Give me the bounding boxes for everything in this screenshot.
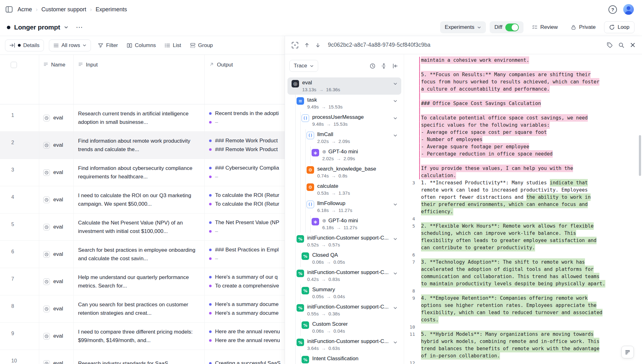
breadcrumb-page[interactable]: Experiments — [96, 6, 127, 13]
table-row[interactable]: 9 eval I need to compare three different… — [0, 323, 285, 350]
scorer-icon: % — [297, 270, 304, 277]
trace-node[interactable]: ∗ ⊛ GPT-4o mini 6.18s→11.27s — [287, 215, 401, 233]
trace-node[interactable]: % ⊛ Closed QA 0.06s→0.05s — [287, 250, 401, 267]
next-row-button[interactable] — [315, 42, 321, 48]
diff-code: remote work can lead to increased produc… — [420, 187, 588, 194]
all-rows-dropdown[interactable]: All rows — [49, 40, 91, 51]
row-name: eval — [53, 197, 63, 203]
column-header-output[interactable]: Output — [205, 55, 285, 104]
select-all-checkbox[interactable] — [11, 62, 17, 68]
columns-label: Columns — [135, 42, 156, 49]
focus-trace-button[interactable] — [291, 41, 299, 49]
table-row[interactable]: 7 eval Help me understand our quarterly … — [0, 268, 285, 295]
sidebar-toggle-button[interactable] — [6, 6, 13, 13]
chevron-down-icon — [82, 43, 87, 47]
chevron-down-icon[interactable] — [393, 306, 397, 310]
expand-all-button[interactable] — [381, 63, 387, 69]
diff-code: 4. **Employee Retention**: Companies off… — [420, 295, 588, 302]
table-row[interactable]: 2 eval Find information about remote wor… — [0, 132, 285, 159]
table-row[interactable]: 6 eval Search for best practices in empl… — [0, 241, 285, 268]
trace-node[interactable]: () ⊛ processUserMessage 9.48s→15.53s — [287, 112, 401, 129]
person-icon — [623, 4, 634, 15]
line-number — [404, 100, 419, 107]
row-input: I need to calculate the ROI on our Q3 ma… — [78, 191, 197, 208]
trace-node[interactable]: % ⊛ Custom Scorer 0.06s→0.04s — [287, 319, 401, 336]
trace-node[interactable]: % ⊛ Summary 0.05s→0.04s — [287, 284, 401, 302]
loop-button[interactable]: Loop — [604, 21, 634, 33]
private-button[interactable]: Private — [566, 21, 600, 33]
output-bullet — [209, 112, 212, 115]
group-button[interactable]: Group — [188, 40, 215, 51]
close-panel-button[interactable] — [630, 42, 636, 48]
row-output: Here's a summary docume Here's a summary… — [209, 301, 279, 316]
trace-panel-header: 9c062bc2-a8c7-4a88-9749-5cf840f3c9ba — [285, 36, 642, 54]
diff-code: - Average office space cost per square f… — [420, 129, 547, 136]
more-actions-button[interactable]: ⋯ — [76, 23, 83, 31]
diff-line: 6 — [404, 251, 642, 259]
trace-node[interactable]: ◎ ⊛ eval 13.13s→16.36s — [287, 77, 401, 95]
review-button[interactable]: Review — [527, 21, 563, 33]
timing-button[interactable] — [370, 63, 376, 69]
line-number — [404, 352, 419, 360]
trace-node[interactable]: % ⊛ initFunction-Customer support-C... 3… — [287, 336, 401, 353]
column-header-name[interactable]: Name — [39, 55, 74, 104]
filter-button[interactable]: Filter — [96, 40, 120, 51]
diff-line: 7 3. **Technology Adoption**: The shift … — [404, 259, 642, 266]
columns-button[interactable]: Columns — [125, 40, 158, 51]
trace-node[interactable]: % ⊛ initFunction-Customer support-C... 0… — [287, 267, 401, 284]
trace-node[interactable]: ⚙ ⊛ calculate 0.53s→1.37s — [287, 181, 401, 198]
help-button[interactable]: ? — [608, 5, 617, 14]
table-row[interactable]: 1 eval Research current trends in artifi… — [0, 104, 285, 132]
prev-row-button[interactable] — [304, 42, 310, 48]
details-button[interactable]: Details — [5, 40, 44, 51]
diff-line: to maintain productivity levels despite … — [404, 280, 642, 288]
trace-node[interactable]: % ⊛ initFunction-Customer support-C... 0… — [287, 233, 401, 250]
lock-icon — [571, 24, 576, 30]
trace-node[interactable]: % ⊛ Intent Classification → — [287, 353, 401, 364]
row-input: Can you search for best practices on cus… — [78, 300, 197, 317]
line-number — [404, 136, 419, 143]
table-row[interactable]: 8 eval Can you search for best practices… — [0, 295, 285, 323]
output-text: To calculate the ROI (Retur — [215, 201, 279, 207]
trace-node[interactable]: ≡ ⊛ task 9.49s→15.53s — [287, 95, 401, 112]
table-row[interactable]: 4 eval I need to calculate the ROI on ou… — [0, 186, 285, 214]
chevron-down-icon[interactable] — [393, 116, 397, 120]
chevron-down-icon[interactable] — [393, 133, 397, 138]
experiment-title[interactable]: Longer prompt — [14, 24, 60, 31]
row-output: ### Cybersecurity Complia – — [209, 165, 279, 180]
diff-toggle[interactable] — [505, 24, 519, 31]
chevron-down-icon[interactable] — [393, 99, 397, 103]
search-button[interactable] — [618, 42, 624, 48]
avatar[interactable] — [623, 4, 634, 15]
chevron-down-icon — [477, 25, 481, 29]
trace-node[interactable]: ∗ ⊛ GPT-4o mini 2.02s→2.09s — [287, 146, 401, 164]
tag-button[interactable] — [607, 42, 613, 48]
line-number — [404, 57, 419, 64]
chevron-down-icon[interactable] — [393, 340, 397, 345]
table-row[interactable]: 3 eval Find information about cybersecur… — [0, 159, 285, 186]
breadcrumb-project[interactable]: Customer support — [41, 6, 86, 13]
table-row[interactable]: 5 eval Calculate the Net Present Value (… — [0, 214, 285, 241]
trace-node[interactable]: () ⊛ llmFollowup 6.18s→11.27s — [287, 198, 401, 215]
chevron-down-icon[interactable] — [393, 82, 397, 86]
column-header-input[interactable]: Input — [74, 55, 205, 104]
chevron-down-icon[interactable] — [393, 271, 397, 276]
group-label: Group — [198, 42, 213, 49]
chevron-down-icon[interactable] — [393, 237, 397, 241]
view-options-button[interactable] — [621, 346, 634, 358]
trace-node[interactable]: % ⊛ initFunction-Customer support-C... 0… — [287, 302, 401, 319]
collapse-all-button[interactable] — [392, 63, 398, 69]
table-row[interactable]: 10 eval Research industry standards for … — [0, 350, 285, 364]
trace-node[interactable]: () ⊛ llmCall 2.02s→2.09s — [287, 129, 401, 146]
experiments-dropdown[interactable]: Experiments — [440, 21, 486, 33]
chevron-down-icon[interactable] — [393, 202, 397, 207]
line-number: 12 — [404, 360, 419, 364]
chevron-down-icon[interactable] — [64, 25, 68, 29]
scorer-icon: % — [297, 339, 304, 346]
trace-node[interactable]: ⚙ ⊛ search_knowledge_base 0.74s→0.8s — [287, 164, 401, 181]
list-button[interactable]: List — [163, 40, 183, 51]
fn-icon: () — [307, 132, 314, 139]
trace-view-dropdown[interactable]: Trace — [289, 60, 318, 72]
breadcrumb-org[interactable]: Acme — [18, 6, 32, 13]
scrollbar-thumb[interactable] — [639, 135, 641, 176]
